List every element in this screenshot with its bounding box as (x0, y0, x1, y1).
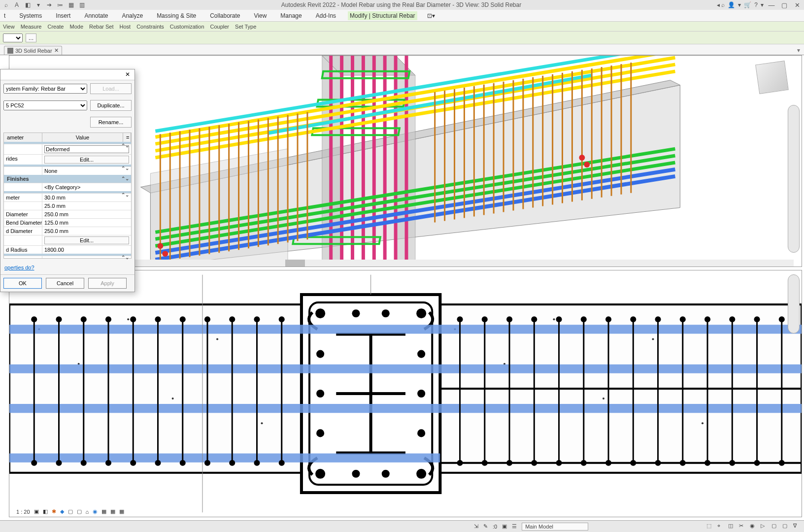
view-icon[interactable]: ✱ (52, 508, 56, 515)
type-select[interactable]: 5 PC52 (3, 100, 87, 110)
scale-value[interactable]: 1 : 20 (16, 509, 30, 515)
qat-icon[interactable]: A (13, 1, 21, 9)
property-value[interactable] (42, 144, 131, 154)
edit-button[interactable]: Edit... (44, 236, 129, 244)
status-icon[interactable]: ◫ (728, 523, 736, 531)
duplicate-button[interactable]: Duplicate... (90, 100, 132, 111)
chevron-icon[interactable]: ⌃⌄ (121, 255, 129, 260)
load-button[interactable]: Load... (90, 83, 132, 94)
menu-item[interactable]: Annotate (82, 11, 110, 20)
menu-trailing-icon[interactable]: ⊡▾ (427, 12, 435, 19)
qat-icon[interactable]: ▥ (78, 1, 86, 9)
menu-item-active[interactable]: Modify | Structural Rebar (348, 11, 417, 20)
qat-icon[interactable]: ➔ (45, 1, 53, 9)
binoculars-icon[interactable]: ◂ ⌕ (717, 1, 725, 8)
view-icon[interactable]: ◧ (43, 508, 48, 515)
property-input[interactable] (44, 145, 129, 153)
navigation-bar[interactable] (788, 105, 800, 253)
qat-icon[interactable]: ▾ (34, 1, 42, 9)
status-icon[interactable]: ◉ (750, 523, 758, 531)
menu-item[interactable]: Collaborate (208, 11, 242, 20)
user-icon[interactable]: 👤 (728, 1, 735, 8)
qat-icon[interactable]: ▦ (67, 1, 75, 9)
status-icon[interactable]: ▣ (502, 523, 507, 530)
close-icon[interactable]: ✕ (124, 71, 132, 79)
chevron-icon[interactable]: ⌃⌄ (121, 176, 129, 181)
property-value[interactable]: None (42, 167, 131, 175)
menu-item[interactable]: Analyze (120, 11, 145, 20)
menu-item[interactable]: t (2, 11, 7, 20)
chevron-icon[interactable]: ⌃⌄ (121, 143, 129, 148)
property-section[interactable]: ⌃⌄ (4, 142, 131, 144)
property-value[interactable]: 125.0 mm (42, 219, 131, 227)
menu-item[interactable]: Manage (278, 11, 303, 20)
dropdown-icon[interactable]: ▾ (761, 1, 764, 8)
status-icon[interactable]: ⇲ (474, 523, 478, 530)
property-section[interactable]: Finishes⌃⌄ (4, 175, 131, 183)
view-icon[interactable]: ◆ (60, 508, 64, 515)
status-icon[interactable]: ✂ (739, 523, 747, 531)
ribbon-button[interactable]: … (26, 33, 36, 42)
property-value[interactable]: 30.0 mm (42, 194, 131, 201)
property-value[interactable] (42, 256, 131, 258)
status-icon[interactable]: ⌖ (717, 523, 725, 531)
menu-item[interactable]: Massing & Site (155, 11, 198, 20)
plan-view[interactable]: 1 : 20 ▣ ◧ ✱ ◆ ▢ ▢ ⌂ ◉ ▦ ▦ ▦ (9, 270, 802, 517)
menu-item[interactable]: Insert (54, 11, 72, 20)
family-select[interactable]: ystem Family: Rebar Bar (3, 84, 87, 94)
apply-button[interactable]: Apply (88, 278, 127, 289)
property-value[interactable]: 250.0 mm (42, 227, 131, 235)
restore-button[interactable]: ▢ (779, 1, 789, 8)
menu-item[interactable]: Add-Ins (314, 11, 338, 20)
property-value[interactable]: 1800.00 (42, 246, 131, 254)
view-icon[interactable]: ▣ (34, 508, 39, 515)
rename-button[interactable]: Rename... (90, 117, 132, 128)
property-value[interactable]: 250.0 mm (42, 210, 131, 218)
cancel-button[interactable]: Cancel (46, 278, 84, 289)
dropdown-icon[interactable]: ▾ (738, 1, 741, 8)
ribbon-dropdown[interactable] (3, 33, 23, 42)
tab-overflow-icon[interactable]: ▾ (793, 46, 804, 55)
navigation-bar[interactable] (788, 274, 800, 333)
help-link[interactable]: operties do? (0, 261, 134, 274)
menu-item[interactable]: View (252, 11, 269, 20)
view-icon[interactable]: ▢ (77, 508, 82, 515)
status-icon[interactable]: ☰ (512, 523, 517, 530)
property-value[interactable]: Edit... (42, 155, 131, 165)
chevron-icon[interactable]: ⌃⌄ (121, 192, 129, 198)
qat-icon[interactable]: ◧ (24, 1, 32, 9)
view-icon[interactable]: ⌂ (86, 509, 89, 515)
status-icon[interactable]: ✎ (483, 523, 488, 530)
dialog-titlebar[interactable]: ✕ (0, 69, 134, 80)
property-section[interactable]: ⌃⌄ (4, 254, 131, 256)
property-section[interactable]: ⌃⌄ (4, 191, 131, 193)
status-icon[interactable]: ⬚ (706, 523, 714, 531)
status-icon[interactable]: ▷ (761, 523, 769, 531)
help-icon[interactable]: ? (754, 1, 758, 8)
property-value[interactable]: <By Category> (42, 183, 131, 191)
property-value[interactable]: 25.0 mm (42, 202, 131, 210)
menu-item[interactable]: Systems (17, 11, 44, 20)
view-icon[interactable]: ▦ (119, 508, 124, 515)
main-model-selector[interactable]: Main Model (522, 523, 588, 531)
view-icon[interactable]: ▦ (101, 508, 106, 515)
view-icon[interactable]: ◉ (93, 508, 98, 515)
status-icon[interactable]: ▢ (782, 523, 790, 531)
property-section[interactable]: ⌃⌄ (4, 165, 131, 166)
scrollbar-thumb[interactable] (285, 260, 305, 266)
status-icon[interactable]: ▢ (771, 523, 779, 531)
minimize-button[interactable]: — (767, 1, 776, 8)
property-value[interactable]: Edit... (42, 235, 131, 245)
qat-icon[interactable]: ⌕ (2, 1, 10, 9)
chevron-icon[interactable]: ⌃⌄ (121, 166, 129, 171)
edit-button[interactable]: Edit... (44, 156, 129, 164)
ok-button[interactable]: OK (3, 278, 42, 289)
status-icon[interactable]: ∇ (793, 523, 801, 531)
close-button[interactable]: ✕ (792, 1, 802, 8)
view-icon[interactable]: ▢ (68, 508, 73, 515)
viewcube[interactable] (755, 61, 789, 94)
close-tab-icon[interactable]: ✕ (54, 47, 59, 54)
view-icon[interactable]: ▦ (110, 508, 115, 515)
document-tab[interactable]: 3D Solid Rebar ✕ (4, 46, 62, 55)
qat-icon[interactable]: ≔ (56, 1, 64, 9)
